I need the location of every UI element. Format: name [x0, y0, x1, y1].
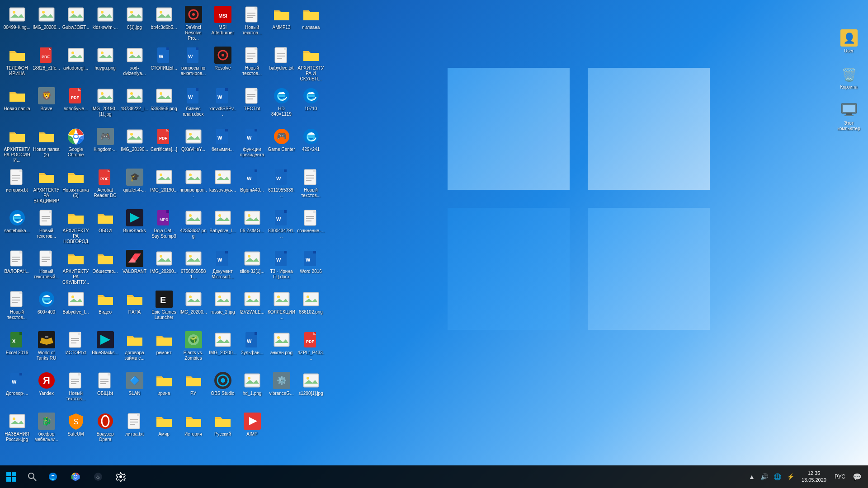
desktop-icon-Dogovor[interactable]: WДоговор-...: [2, 370, 32, 410]
desktop-icon-irina[interactable]: ирина: [149, 370, 179, 410]
desktop-icon-litra[interactable]: литра.txt: [120, 410, 149, 451]
tray-language[interactable]: РУС: [832, 473, 848, 481]
desktop-icon-Yandex[interactable]: ЯYandex: [32, 370, 61, 410]
desktop-icon-telefon[interactable]: ТЕЛЕФОН ИРИНА: [2, 44, 32, 85]
desktop-icon-AIMP[interactable]: AIMP: [237, 410, 267, 451]
desktop-icon-Russkiy[interactable]: Русский: [208, 410, 237, 451]
desktop-icon-russie_2[interactable]: russie_2.jpg: [208, 288, 237, 329]
taskbar-settings-button[interactable]: [109, 465, 132, 488]
desktop-icon-SafeUM[interactable]: SSafeUM: [61, 410, 90, 451]
desktop-icon-Obshestvo[interactable]: Общество...: [90, 248, 120, 288]
desktop-icon-42353637[interactable]: 42353637.png: [179, 207, 208, 248]
desktop-icon-686102[interactable]: 686102.png: [296, 288, 326, 329]
desktop-icon-VALORANT_app[interactable]: VALORANT: [120, 248, 149, 288]
desktop-icon-istoriya[interactable]: история.bt: [2, 166, 32, 207]
tray-volume[interactable]: 🔊: [759, 472, 770, 481]
desktop-icon-NovTxt5[interactable]: Новый текстовый...: [32, 248, 61, 288]
tray-clock[interactable]: 12:35 13.05.2020: [798, 469, 830, 485]
desktop-icon-bosfDragon[interactable]: 🐉босфор мебель.w...: [32, 410, 61, 451]
desktop-icon-bezymyan[interactable]: Wбезымян...: [208, 126, 237, 166]
desktop-icon-NovTxt6[interactable]: Новый текстов...: [2, 288, 32, 329]
desktop-icon-IMG_20190_1[interactable]: IMG_20190... (1).jpg: [90, 85, 120, 126]
start-button[interactable]: [0, 465, 23, 488]
desktop-icon-bb4c3d6b5[interactable]: bb4c3d6b5...: [149, 4, 179, 44]
desktop-icon-s1200_1[interactable]: s1200[1].jpg: [296, 370, 326, 410]
desktop-icon-GameCenter[interactable]: 🎮Game Center: [267, 126, 296, 166]
desktop-icon-Amir[interactable]: Амир: [149, 410, 179, 451]
desktop-icon-BlueStacks[interactable]: BlueStacks: [120, 207, 149, 248]
desktop-icon-biznesplan[interactable]: Wбизнес план.docx: [179, 85, 208, 126]
desktop-icon-NovTxt7[interactable]: Новый текстов...: [61, 370, 90, 410]
desktop-icon-Dokument_MS[interactable]: WДокумент Microsoft...: [208, 248, 237, 288]
desktop-icon-kassovaya[interactable]: kassovaya-...: [208, 166, 237, 207]
desktop-icon-NovTxt2[interactable]: Новый текстов...: [237, 44, 267, 85]
desktop-icon-6011955339[interactable]: W6011955339...: [267, 166, 296, 207]
desktop-icon-Opera[interactable]: Браузер Opera: [90, 410, 120, 451]
desktop-icon-OBSH[interactable]: ОБЩ.bt: [90, 370, 120, 410]
desktop-icon-remont[interactable]: ремонт: [149, 329, 179, 370]
desktop-icon-RU[interactable]: РУ: [179, 370, 208, 410]
desktop-icon-nazRossii[interactable]: НАЗВАНИЯ России.jpg: [2, 410, 32, 451]
desktop-icon-EpicGames[interactable]: EEpic Games Launcher: [149, 288, 179, 329]
desktop-icon-funprezident[interactable]: Wфункции президента: [237, 126, 267, 166]
desktop-icon-ARH_VLAD[interactable]: АРХИТЕКТУРА ВЛАДИМИР: [32, 166, 61, 207]
desktop-icon-ARH_SKULPT2[interactable]: АРХИТЕКТУРА СКУЛЬПТУ...: [61, 248, 90, 288]
desktop-icon-QXaVHeY[interactable]: QXaVHeY...: [179, 126, 208, 166]
desktop-icon-TEST[interactable]: ТЕСТ.bt: [237, 85, 267, 126]
desktop-icon-GoogleChrome[interactable]: Google Chrome: [61, 126, 90, 166]
desktop-icon-xmvx8SSP[interactable]: Wxmvx8SSPv...: [208, 85, 237, 126]
desktop-icon-OBOI[interactable]: ОБОИ: [90, 207, 120, 248]
desktop-icon-voloboye[interactable]: PDFволобуые...: [61, 85, 90, 126]
desktop-icon-xod-dvizeniya[interactable]: xod-dvizeniya...: [120, 44, 149, 85]
desktop-icon-AMIR13[interactable]: АМИР13: [267, 4, 296, 44]
desktop-icon-4ZPLf_P433[interactable]: PDF4ZPLf_P433...: [296, 329, 326, 370]
desktop-icon-IMG_20190_3[interactable]: IMG_20190...: [149, 166, 179, 207]
desktop-icon-WOT[interactable]: World of Tanks RU: [32, 329, 61, 370]
desktop-icon-kids-swim[interactable]: kids-swim-...: [90, 4, 120, 44]
desktop-icon-voprosy[interactable]: Wвопросы по анкетиров...: [179, 44, 208, 85]
taskbar-edge-button[interactable]: [42, 465, 64, 488]
desktop-icon-stolicyi[interactable]: WСТОЛИЦЫ...: [149, 44, 179, 85]
desktop-icon-OBS[interactable]: OBS Studio: [208, 370, 237, 410]
desktop-icon-0[1][interactable]: 0[1].jpg: [120, 4, 149, 44]
desktop-icon-T3-Irina[interactable]: WТ3 - Ирина ГЦ.docx: [267, 248, 296, 288]
taskbar-search-button[interactable]: [23, 465, 42, 488]
desktop-icon-8300434791[interactable]: W8300434791...: [267, 207, 296, 248]
taskbar-chrome-button[interactable]: [64, 465, 87, 488]
desktop-icon-user[interactable]: 👤 User: [834, 27, 863, 61]
desktop-icon-engken[interactable]: энкген.png: [267, 329, 296, 370]
desktop-icon-slide-32[interactable]: slide-32[1]...: [237, 248, 267, 288]
desktop-icon-Istoriya[interactable]: История: [179, 410, 208, 451]
desktop-icon-fZVZWrLE[interactable]: fZVZWrLE...: [237, 288, 267, 329]
desktop-icon-IMG_20200_2[interactable]: IMG_20200...: [149, 248, 179, 288]
desktop-icon-IMG_20190_2[interactable]: IMG_20190...: [120, 126, 149, 166]
desktop-icon-Babydive_I2[interactable]: Babydive_I...: [61, 288, 90, 329]
desktop-icon-18828[interactable]: PDF18828_c1fe...: [32, 44, 61, 85]
desktop-icon-Certificate[interactable]: PDFCertificate[...]: [149, 126, 179, 166]
desktop-icon-santehnika[interactable]: santehnika...: [2, 207, 32, 248]
desktop-icon-Kingdom[interactable]: 🎮Kingdom-...: [90, 126, 120, 166]
desktop-icon-IMG_20200[interactable]: IMG_20200...: [32, 4, 61, 44]
desktop-icon-pnrproprol[interactable]: пнрпропрол...: [179, 166, 208, 207]
desktop-icon-IMG_20200_4[interactable]: IMG_20200...: [208, 329, 237, 370]
desktop-icon-429x241[interactable]: 429×241: [296, 126, 326, 166]
desktop-icon-3ulfan[interactable]: WЗульфан...: [237, 329, 267, 370]
desktop-icon-ISTORT[interactable]: ИСТОР.txt: [61, 329, 90, 370]
desktop-icon-hd_1[interactable]: hd_1.png: [237, 370, 267, 410]
desktop-icon-NovPapka5[interactable]: Новая папка (5): [61, 166, 90, 207]
desktop-icon-MSI[interactable]: MSIMSI Afterburner: [208, 4, 237, 44]
desktop-icon-600x400[interactable]: 600×400: [32, 288, 61, 329]
desktop-icon-NovTxt1[interactable]: Новый текстов...: [237, 4, 267, 44]
desktop-icon-67568656581[interactable]: 67568656581...: [179, 248, 208, 288]
taskbar-steam-button[interactable]: ♨: [87, 465, 109, 488]
desktop-icon-5363666[interactable]: 5363666.png: [149, 85, 179, 126]
desktop-icon-KOLLEKCII[interactable]: КОЛЛЕКЦИИ...: [267, 288, 296, 329]
desktop-icon-NovPapka2[interactable]: Новая папка (2): [32, 126, 61, 166]
desktop-icon-computer[interactable]: Этот компьютер: [834, 99, 863, 133]
desktop-icon-vibranceG[interactable]: ⚙️vibranceG...: [267, 370, 296, 410]
desktop-icon-recycle[interactable]: 🗑️ Корзина: [834, 63, 863, 97]
desktop-icon-IMG_20200_3[interactable]: IMG_20200...: [179, 288, 208, 329]
desktop-icon-Excel2016[interactable]: XExcel 2016: [2, 329, 32, 370]
desktop-icon-SLAN[interactable]: 🔷SLAN: [120, 370, 149, 410]
desktop-icon-VALORANT2[interactable]: ВАЛОРАН...: [2, 248, 32, 288]
